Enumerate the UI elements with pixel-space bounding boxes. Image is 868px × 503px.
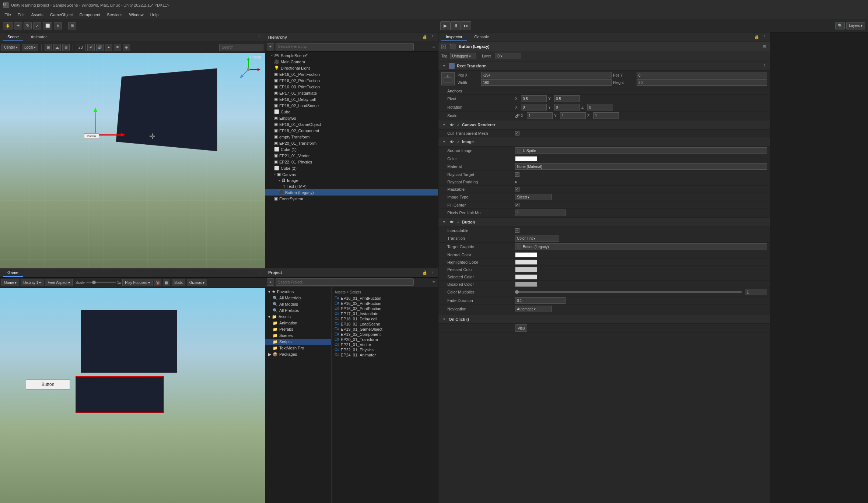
cull-mesh-checkbox[interactable]: ✓ [515, 131, 519, 136]
inspector-lock-icon[interactable]: 🔒 [754, 34, 760, 40]
file-ep21[interactable]: C# EP21_01_Vector [332, 342, 438, 347]
raycast-padding-expand[interactable]: ▶ [515, 180, 518, 184]
console-tab[interactable]: Console [470, 33, 493, 41]
menu-help[interactable]: Help [147, 12, 162, 18]
hierarchy-lock-icon[interactable]: 🔒 [422, 34, 428, 40]
hierarchy-eventsystem[interactable]: ▣ EventSystem [265, 196, 438, 202]
folder-scripts[interactable]: 📁 Scripts [265, 339, 331, 345]
hierarchy-button-legacy[interactable]: ⬛ Button (Legacy) [265, 189, 438, 196]
stats-grid-btn[interactable]: ▦ [163, 279, 170, 286]
scene-view-btn[interactable]: 👁 [114, 44, 121, 51]
2d-mode-btn[interactable]: 2D [76, 44, 86, 51]
selected-color-swatch[interactable] [515, 274, 537, 279]
file-ep17[interactable]: C# EP17_01_Instantiate [332, 311, 438, 316]
normal-color-swatch[interactable] [515, 252, 537, 257]
local-toggle[interactable]: Local▾ [22, 44, 38, 51]
hierarchy-cube1[interactable]: ⬜ Cube (1) [265, 146, 438, 152]
hierarchy-ep22[interactable]: ▣ EP22_01_Physics [265, 159, 438, 165]
grid-btn[interactable]: ⊟ [62, 44, 70, 51]
global-btn[interactable]: ☁ [53, 44, 61, 51]
snap-btn[interactable]: ⊞ [45, 44, 52, 51]
scene-gizmos-btn[interactable]: ⊕ [123, 44, 130, 51]
color-multiplier-slider[interactable] [515, 291, 742, 293]
play-button[interactable]: ▶ [440, 21, 451, 30]
scale-y-input[interactable] [560, 112, 586, 119]
pivot-x-input[interactable] [521, 95, 547, 102]
highlighted-color-swatch[interactable] [515, 260, 537, 265]
image-checkbox[interactable]: ✓ [457, 140, 460, 144]
game-view-selector[interactable]: Game▾ [1, 279, 19, 286]
hierarchy-search-input[interactable] [276, 43, 414, 50]
color-multiplier-thumb[interactable] [515, 290, 519, 294]
file-ep16-3[interactable]: C# EP16_03_PrintFuction [332, 306, 438, 311]
pixels-per-unit-input[interactable] [515, 210, 566, 216]
rotate-tool[interactable]: ↻ [24, 22, 32, 29]
menu-gameobject[interactable]: GameObject [47, 12, 76, 18]
fill-center-checkbox[interactable]: ✓ [515, 203, 519, 207]
hierarchy-content[interactable]: ▾ 🎮 SampleScene* 🎥 Main Camera 💡 Directi… [265, 52, 438, 268]
maskable-checkbox[interactable]: ✓ [515, 187, 519, 191]
play-focused-btn[interactable]: Play Focused▾ [122, 279, 153, 286]
folder-all-prefabs[interactable]: 🔍 All Prefabs [265, 307, 331, 314]
center-toggle[interactable]: Center▾ [1, 44, 20, 51]
folder-textmesh[interactable]: 📁 TextMesh Pro [265, 345, 331, 351]
game-ui-button[interactable]: Button [26, 379, 70, 390]
folder-prefabs[interactable]: 📁 Prefabs [265, 326, 331, 333]
transition-dropdown[interactable]: Color Tint ▾ [515, 235, 559, 242]
scene-lighting-btn[interactable]: ☀ [87, 44, 95, 51]
inspector-more-icon[interactable]: ⋮ [761, 34, 767, 40]
scene-axis-gizmo[interactable] [235, 57, 261, 82]
pos-y-input[interactable] [637, 72, 767, 78]
file-ep24[interactable]: C# EP24_01_Animator [332, 352, 438, 358]
menu-assets[interactable]: Assets [28, 12, 46, 18]
menu-edit[interactable]: Edit [15, 12, 28, 18]
hierarchy-ep18-2[interactable]: ▣ EP18_02_LoadScene [265, 102, 438, 109]
game-tab[interactable]: Game [3, 269, 23, 277]
project-lock-icon[interactable]: 🔒 [422, 270, 428, 275]
interactable-checkbox[interactable]: ✓ [515, 228, 519, 233]
hierarchy-ep17[interactable]: ▣ EP17_01_Instantiate [265, 90, 438, 96]
step-button[interactable]: ⏭ [461, 21, 471, 30]
project-search-input[interactable] [276, 278, 414, 286]
hierarchy-ep18-1[interactable]: ▣ EP18_01_Delay call [265, 96, 438, 102]
pause-button[interactable]: ⏸ [451, 21, 461, 30]
rot-x-input[interactable] [521, 104, 547, 110]
tag-dropdown[interactable]: Untagged ▾ [450, 53, 476, 59]
hierarchy-ep16-2[interactable]: ▣ EP16_02_PrintFuction [265, 77, 438, 84]
fade-duration-input[interactable] [515, 297, 566, 304]
hierarchy-text-tmp[interactable]: T Text (TMP) [265, 183, 438, 189]
file-ep19-2[interactable]: C# EP19_02_Component [332, 332, 438, 337]
hierarchy-add-btn[interactable]: + [267, 43, 274, 50]
mute-btn[interactable]: 🔇 [154, 279, 161, 286]
folder-all-models[interactable]: 🔍 All Models [265, 301, 331, 307]
image-eye-icon[interactable]: 👁 [449, 139, 455, 145]
image-section[interactable]: ▾ 👁 ✓ Image [438, 137, 770, 147]
hierarchy-ep19-2[interactable]: ▣ EP19_02_Component [265, 127, 438, 134]
canvas-renderer-section[interactable]: ▾ 👁 ✓ Canvas Renderer [438, 120, 770, 130]
component-checkbox[interactable]: ✓ [441, 44, 446, 49]
menu-window[interactable]: Window [126, 12, 147, 18]
file-ep20[interactable]: C# EP20_01_Transform [332, 337, 438, 342]
scene-tab[interactable]: Scene [3, 33, 23, 41]
height-input[interactable] [637, 79, 767, 86]
folder-assets[interactable]: ▾ 📁 Assets [265, 314, 331, 320]
cr-eye-icon[interactable]: 👁 [449, 122, 455, 128]
hierarchy-canvas[interactable]: ▾ ▣ Canvas [265, 171, 438, 177]
btn-checkbox[interactable]: ✓ [457, 220, 460, 224]
scene-audio-btn[interactable]: 🔊 [96, 44, 104, 51]
folder-scenes[interactable]: 📁 Scenes [265, 333, 331, 339]
raycast-target-checkbox[interactable]: ✓ [515, 172, 519, 177]
rect-tool[interactable]: ⬜ [43, 22, 52, 29]
scene-more-icon[interactable]: ⋮ [256, 34, 262, 40]
folder-all-materials[interactable]: 🔍 All Materials [265, 295, 331, 301]
file-ep19-1[interactable]: C# EP19_01_GameObject [332, 327, 438, 332]
hierarchy-ep19-1[interactable]: ▣ EP19_01_GameObject [265, 121, 438, 127]
image-type-dropdown[interactable]: Sliced ▾ [515, 194, 552, 200]
hierarchy-dir-light[interactable]: 💡 Directional Light [265, 65, 438, 71]
project-add-btn[interactable]: + [267, 278, 274, 286]
scene-search-input[interactable] [219, 44, 263, 51]
project-more-icon[interactable]: ⋮ [429, 270, 435, 275]
hierarchy-more-icon[interactable]: ⋮ [429, 34, 435, 40]
scene-move-gizmo[interactable]: ✛ [146, 130, 159, 143]
scale-tool[interactable]: ⤢ [33, 22, 41, 29]
